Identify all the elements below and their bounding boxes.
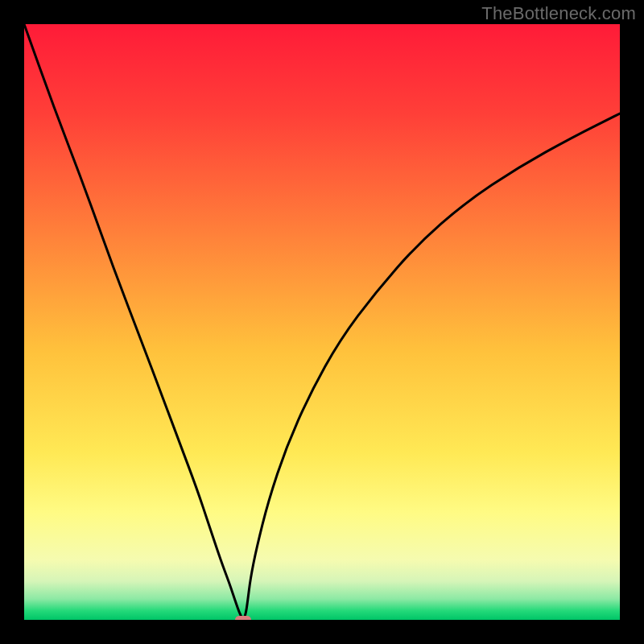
minimum-marker [235, 616, 251, 620]
curve-layer [24, 24, 620, 620]
chart-container: TheBottleneck.com [0, 0, 644, 644]
watermark-label: TheBottleneck.com [481, 3, 636, 24]
bottleneck-curve [24, 24, 620, 618]
plot-area [24, 24, 620, 620]
